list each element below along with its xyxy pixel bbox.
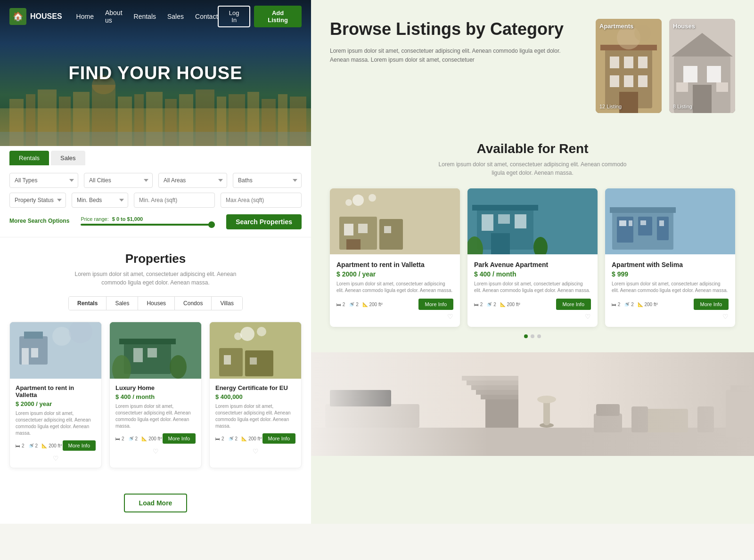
login-button[interactable]: Log In (218, 6, 250, 27)
rent-more-info-button[interactable]: More Info (418, 299, 453, 310)
rent-favorite-button[interactable]: ♡ (612, 313, 729, 320)
more-search-options[interactable]: Moree Search Options (9, 218, 69, 224)
svg-rect-60 (693, 85, 712, 113)
property-card-stats: 🛏 2 🚿 2 📐 200 ft² (115, 436, 162, 441)
right-panel: Browse Listings by Category Lorem ipsum … (311, 0, 754, 524)
nav-links: Home About us Rentals Sales Contact (76, 9, 218, 24)
rent-card-title: Apartment to rent in Valletta (336, 261, 453, 268)
rent-card-title: Apartment with Selima (612, 261, 729, 268)
search-bottom-row: Moree Search Options Price range: $ 0 to… (9, 212, 302, 229)
baths-stat: 🚿 2 (349, 302, 358, 307)
beds-stat: 🛏 2 (612, 302, 620, 307)
svg-rect-40 (245, 350, 273, 376)
property-card-stats: 🛏 2 🚿 2 📐 200 ft² (16, 443, 62, 448)
svg-point-36 (240, 327, 254, 341)
rent-more-info-button[interactable]: More Info (556, 299, 591, 310)
baths-stat: 🚿 2 (624, 302, 633, 307)
apartments-count: 12 Listing (599, 104, 622, 109)
property-card: Apartment to rent in Valletta $ 2000 / y… (9, 322, 102, 468)
prop-tab-houses[interactable]: Houses (138, 297, 175, 310)
svg-point-64 (352, 195, 364, 206)
min-beds-select[interactable]: Min. Beds (72, 193, 128, 208)
rent-desc: Lorem ipsum dolor sit amet, consectetuer… (438, 160, 627, 177)
favorite-button[interactable]: ♡ (215, 447, 295, 455)
beds-stat: 🛏 2 (336, 302, 345, 307)
rent-card-image (467, 188, 598, 254)
baths-select[interactable]: Baths (233, 173, 302, 188)
svg-rect-30 (119, 339, 176, 344)
svg-point-66 (345, 199, 352, 206)
price-range-slider[interactable] (81, 224, 215, 226)
tab-sales[interactable]: Sales (51, 151, 85, 165)
svg-rect-61 (676, 82, 688, 92)
max-area-input[interactable] (221, 193, 302, 208)
property-card-stats: 🛏 2 🚿 2 📐 200 ft² (215, 436, 262, 441)
property-card-image (110, 322, 201, 379)
rent-card-footer: 🛏 2 🚿 2 📐 200 ft² More Info (336, 299, 453, 310)
more-info-button[interactable]: More Info (163, 433, 196, 444)
search-row-2: Property Status Min. Beds (9, 193, 302, 208)
rent-card-footer: 🛏 2 🚿 2 📐 200 ft² More Info (612, 299, 729, 310)
dot-2[interactable] (531, 334, 534, 338)
more-info-button[interactable]: More Info (262, 433, 295, 444)
nav-home[interactable]: Home (76, 13, 94, 20)
dot-1[interactable] (524, 334, 528, 338)
property-card: Energy Certificate for EU $ 400,000 Lore… (209, 322, 302, 468)
area-stat: 📐 200 ft² (362, 302, 383, 307)
prop-tab-sales[interactable]: Sales (107, 297, 138, 310)
rent-favorite-button[interactable]: ♡ (474, 313, 591, 320)
prop-tab-villas[interactable]: Villas (212, 297, 242, 310)
rent-card-price: $ 999 (612, 270, 729, 278)
navbar: 🏠 HOUSES Home About us Rentals Sales Con… (0, 0, 311, 33)
beds-stat: 🛏 2 (16, 443, 25, 448)
all-areas-select[interactable]: All Areas (158, 173, 227, 188)
svg-rect-81 (491, 233, 510, 254)
min-area-input[interactable] (134, 193, 215, 208)
svg-rect-90 (640, 220, 646, 225)
prop-tab-condos[interactable]: Condos (175, 297, 212, 310)
nav-about[interactable]: About us (105, 9, 123, 24)
apartments-label: Apartments (599, 23, 633, 30)
browse-section: Browse Listings by Category Lorem ipsum … (311, 0, 754, 127)
search-properties-button[interactable]: Search Properties (226, 214, 302, 229)
property-status-select[interactable]: Property Status (9, 193, 66, 208)
rent-more-info-button[interactable]: More Info (694, 299, 729, 310)
area-stat: 📐 200 ft² (41, 443, 62, 448)
all-cities-select[interactable]: All Cities (84, 173, 153, 188)
area-stat: 📐 200 ft² (638, 302, 658, 307)
property-card-desc: Lorem ipsum dolor sit amet, consectetuer… (115, 403, 196, 430)
rent-card-desc: Lorem ipsum dolor sit amet, consectetuer… (612, 281, 729, 294)
logo-text: HOUSES (30, 12, 62, 21)
favorite-button[interactable]: ♡ (16, 454, 96, 462)
add-listing-button[interactable]: Add Listing (254, 6, 302, 27)
property-card-footer: 🛏 2 🚿 2 📐 200 ft² More Info (215, 433, 295, 444)
load-more-button[interactable]: Load More (124, 494, 188, 512)
nav-sales[interactable]: Sales (167, 13, 184, 20)
rent-card-body: Park Avenue Apartment $ 400 / month Lore… (467, 254, 598, 327)
svg-rect-59 (707, 66, 721, 82)
property-filter-tabs: Rentals Sales Houses Condos Villas (68, 296, 243, 310)
nav-contact[interactable]: Contact (195, 13, 218, 20)
logo[interactable]: 🏠 HOUSES (9, 8, 62, 25)
nav-rentals[interactable]: Rentals (134, 13, 156, 20)
prop-tab-rentals[interactable]: Rentals (69, 297, 107, 310)
hero-title: FIND YOUR HOUSE (68, 63, 242, 83)
favorite-button[interactable]: ♡ (115, 447, 196, 455)
dot-3[interactable] (537, 334, 541, 338)
svg-point-26 (52, 327, 71, 346)
tab-rentals[interactable]: Rentals (9, 151, 49, 165)
svg-rect-62 (716, 82, 728, 92)
left-panel: 🏠 HOUSES Home About us Rentals Sales Con… (0, 0, 311, 524)
property-card-image (10, 322, 101, 379)
browse-card-apartments[interactable]: Apartments 12 Listing (596, 19, 662, 113)
baths-stat: 🚿 2 (228, 436, 238, 441)
properties-section: Properties Lorem ipsum dolor sit amet, c… (0, 237, 311, 482)
browse-card-houses[interactable]: Houses 8 Listing (669, 19, 735, 113)
rent-card-image (330, 188, 460, 254)
area-stat: 📐 200 ft² (500, 302, 520, 307)
rent-favorite-button[interactable]: ♡ (336, 313, 453, 320)
more-info-button[interactable]: More Info (63, 440, 96, 451)
property-card-title: Energy Certificate for EU (215, 384, 295, 391)
all-types-select[interactable]: All Types (9, 173, 78, 188)
svg-rect-25 (31, 348, 38, 357)
